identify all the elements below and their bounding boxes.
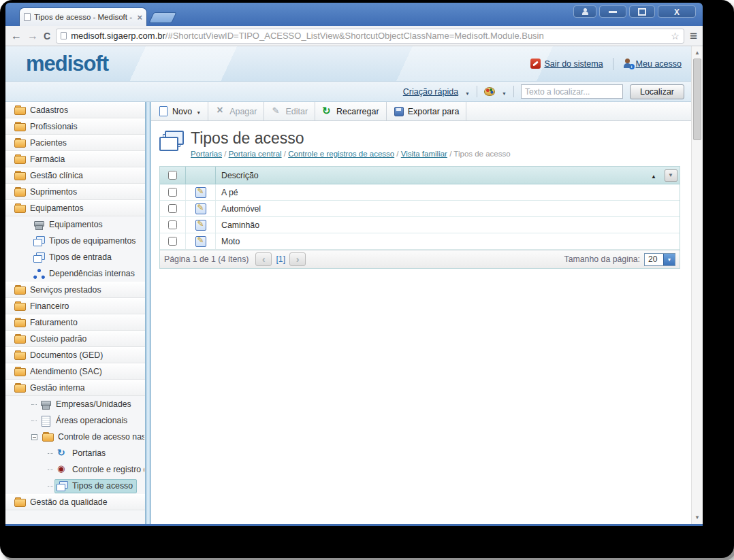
- column-menu-button[interactable]: [665, 169, 677, 182]
- profile-button[interactable]: [573, 5, 596, 18]
- theme-palette-icon[interactable]: [484, 87, 495, 96]
- quick-create-link[interactable]: Criação rápida: [403, 87, 458, 97]
- sidebar-item[interactable]: Cadastros: [5, 102, 145, 118]
- medisoft-logo: medisoft: [5, 52, 108, 76]
- table-row[interactable]: Caminhão: [160, 217, 680, 233]
- table-row[interactable]: A pé: [160, 184, 680, 201]
- sidebar-item[interactable]: Custeio padrão: [5, 331, 145, 347]
- my-access-link[interactable]: iMeu acesso: [623, 59, 682, 69]
- sidebar-item[interactable]: Profissionais: [5, 118, 145, 135]
- row-checkbox[interactable]: [168, 220, 177, 229]
- edit-row-icon[interactable]: [195, 203, 206, 214]
- sidebar-item[interactable]: Tipos de entrada: [5, 249, 145, 265]
- edit-row-icon[interactable]: [195, 187, 206, 198]
- description-column-header[interactable]: Descrição: [216, 167, 651, 184]
- sidebar-item[interactable]: Dependências internas: [5, 265, 145, 282]
- scrollbar-thumb[interactable]: [693, 59, 701, 140]
- search-button[interactable]: Localizar: [630, 84, 684, 99]
- page-size-dropdown-icon[interactable]: [663, 254, 675, 265]
- edit-row-icon[interactable]: [195, 220, 206, 231]
- edit-row-icon[interactable]: [195, 236, 206, 247]
- sidebar-item[interactable]: Documentos (GED): [5, 347, 145, 363]
- quick-create-caret-icon[interactable]: [465, 86, 470, 98]
- sidebar-item-icon: [14, 334, 26, 344]
- toolbar-button[interactable]: Exportar para: [387, 102, 467, 120]
- sidebar-item[interactable]: Suprimentos: [5, 184, 145, 200]
- sidebar-item[interactable]: Farmácia: [5, 151, 145, 167]
- browser-tab[interactable]: Tipos de acesso - Medisoft -: [19, 7, 147, 26]
- pagination-bar: Página 1 de 1 (4 ítens) [1] Tamanho da p…: [160, 250, 680, 268]
- page-scrollbar[interactable]: [691, 46, 703, 524]
- close-button[interactable]: [658, 5, 696, 18]
- forward-button[interactable]: [27, 31, 38, 42]
- toolbar-button[interactable]: Editar: [264, 102, 315, 120]
- search-input[interactable]: [521, 84, 623, 99]
- sidebar-item[interactable]: Pacientes: [5, 135, 145, 151]
- sidebar-item[interactable]: Gestão clínica: [5, 167, 145, 184]
- sidebar-item-body: Cadastros: [12, 103, 72, 118]
- tree-collapse-icon[interactable]: [31, 434, 37, 440]
- sidebar-item[interactable]: Empresas/Unidades: [5, 396, 145, 412]
- page-size-select[interactable]: 20: [644, 253, 675, 266]
- toolbar-button[interactable]: Novo: [151, 102, 208, 120]
- sidebar-item[interactable]: Portarias: [5, 445, 145, 461]
- breadcrumb-link[interactable]: Controle e registros de acesso: [288, 150, 394, 158]
- toolbar-button[interactable]: Recarregar: [315, 102, 387, 120]
- sidebar-item[interactable]: Atendimento (SAC): [5, 363, 145, 380]
- sidebar-item-icon: [42, 432, 54, 442]
- sidebar-item[interactable]: Tipos de equipamentos: [5, 233, 145, 249]
- toolbar-button[interactable]: Apagar: [208, 102, 264, 120]
- sidebar-item[interactable]: Tipos de acesso: [5, 478, 145, 494]
- logout-link[interactable]: Sair do sistema: [530, 59, 603, 69]
- sidebar-item-label: Profissionais: [30, 122, 78, 131]
- url-text: medisoft.sigaerp.com.br/#ShortcutViewID=…: [71, 31, 667, 41]
- table-row[interactable]: Moto: [160, 233, 680, 250]
- sidebar-item-icon: [14, 350, 26, 361]
- url-input[interactable]: medisoft.sigaerp.com.br/#ShortcutViewID=…: [56, 29, 684, 44]
- next-page-button[interactable]: [289, 252, 306, 266]
- sidebar-item[interactable]: Gestão da qualidade: [5, 494, 145, 510]
- sidebar-item[interactable]: Financeiro: [5, 298, 145, 314]
- breadcrumb-link[interactable]: Portaria central: [229, 150, 282, 158]
- previous-page-button[interactable]: [255, 252, 272, 266]
- breadcrumb-link[interactable]: Portarias: [191, 150, 222, 158]
- sort-ascending-icon[interactable]: [651, 171, 662, 180]
- table-row[interactable]: Automóvel: [160, 201, 680, 217]
- breadcrumb-link[interactable]: Visita familiar: [401, 150, 447, 158]
- reload-button[interactable]: [44, 31, 50, 42]
- breadcrumb-link[interactable]: Tipos de acesso: [453, 150, 510, 158]
- minimize-button[interactable]: [599, 5, 626, 18]
- sidebar-item[interactable]: Faturamento: [5, 314, 145, 331]
- sidebar-item-body: Profissionais: [12, 120, 82, 134]
- breadcrumb-item: Visita familiar: [394, 150, 447, 158]
- sidebar-item-body: Portarias: [54, 446, 110, 461]
- row-checkbox[interactable]: [168, 204, 177, 213]
- row-checkbox[interactable]: [168, 237, 177, 246]
- back-button[interactable]: [11, 31, 22, 42]
- current-page-indicator[interactable]: [1]: [276, 254, 285, 264]
- tab-close-icon[interactable]: [137, 11, 142, 23]
- sidebar-item[interactable]: Equipamentos: [5, 200, 145, 216]
- new-tab-button[interactable]: [148, 12, 176, 23]
- window-frame: Tipos de acesso - Medisoft - medisoft.si…: [0, 0, 734, 558]
- toolbar-button-label: Recarregar: [336, 107, 379, 116]
- dropdown-caret-icon[interactable]: [196, 107, 201, 116]
- sidebar-item-label: Áreas operacionais: [56, 416, 127, 425]
- sidebar-item[interactable]: Controle de acesso nas por: [5, 429, 145, 445]
- sidebar-item[interactable]: Gestão interna: [5, 380, 145, 396]
- sidebar-item[interactable]: Áreas operacionais: [5, 412, 145, 429]
- grid-body: A pé Automóvel Caminhão: [160, 184, 680, 250]
- bookmark-star-icon[interactable]: [671, 30, 680, 42]
- theme-caret-icon[interactable]: [502, 86, 507, 98]
- sidebar-item[interactable]: Serviços prestados: [5, 282, 145, 298]
- sidebar-item[interactable]: Equipamentos: [5, 216, 145, 233]
- sidebar-splitter[interactable]: [145, 102, 151, 524]
- row-checkbox[interactable]: [168, 188, 177, 197]
- scroll-down-icon[interactable]: [692, 512, 703, 523]
- restore-button[interactable]: [629, 5, 655, 18]
- browser-menu-icon[interactable]: [690, 29, 697, 44]
- select-all-checkbox[interactable]: [168, 171, 177, 180]
- sidebar-item-icon: [57, 465, 68, 475]
- scroll-up-icon[interactable]: [692, 48, 703, 58]
- sidebar-item[interactable]: Controle e registro de: [5, 461, 145, 478]
